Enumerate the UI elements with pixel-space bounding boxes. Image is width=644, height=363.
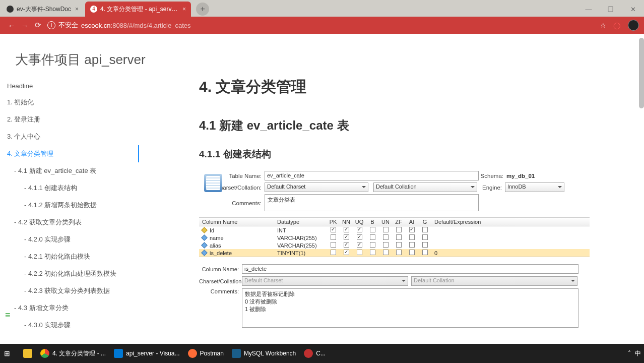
sidebar-item[interactable]: 1. 初始化 (7, 94, 138, 111)
taskbar-vscode[interactable]: api_server - Visua... (110, 344, 184, 363)
taskbar-c[interactable]: C... (300, 344, 330, 363)
checkbox-pk[interactable] (331, 250, 336, 255)
url-text[interactable]: escook.cn:8088/#/mds/4.article_cates (81, 22, 191, 29)
col-header: Datatype (277, 219, 327, 225)
col-header: AI (405, 219, 418, 225)
checkbox-pk[interactable] (331, 234, 336, 240)
checkbox-g[interactable] (422, 242, 428, 248)
sidebar-item[interactable]: - 4.1.1 创建表结构 (7, 179, 138, 197)
table-icon (204, 174, 222, 192)
checkbox-b[interactable] (370, 234, 375, 240)
column-name-input[interactable]: is_delete (242, 264, 578, 274)
tab-label: ev-大事件-ShowDoc (17, 5, 71, 14)
sidebar-item[interactable]: - 4.3 新增文章分类 (7, 299, 138, 317)
browser-tab-active[interactable]: 4 4. 文章分类管理 - api_server_ev × (85, 2, 191, 17)
new-tab-button[interactable]: + (196, 3, 209, 16)
checkbox-un[interactable] (383, 242, 389, 248)
taskbar-mysql[interactable]: MySQL Workbench (228, 344, 300, 363)
checkbox-b[interactable] (370, 242, 375, 248)
checkbox-un[interactable] (383, 250, 389, 255)
checkbox-ai[interactable] (409, 227, 415, 232)
table-row[interactable]: is_deleteTINYINT(1)0 (199, 249, 590, 257)
sidebar-item[interactable]: 3. 个人中心 (7, 128, 138, 145)
column-comment-input[interactable]: 数据是否被标记删除 0 没有被删除 1 被删除 (242, 288, 578, 328)
col-header: PK (327, 219, 340, 225)
tray-chevron-icon[interactable]: ˄ (628, 350, 631, 357)
taskbar-postman[interactable]: Postman (184, 344, 228, 363)
engine-select[interactable]: InnoDB (505, 183, 564, 192)
checkbox-nn[interactable] (344, 250, 349, 255)
table-row[interactable]: IdINT (199, 226, 590, 234)
checkbox-zf[interactable] (396, 234, 402, 240)
sidebar-item[interactable]: - 4.2.0 实现步骤 (7, 231, 138, 248)
checkbox-un[interactable] (383, 227, 389, 232)
page-content: 大事件项目 api_server Headline1. 初始化2. 登录注册3.… (0, 34, 644, 344)
col-header: Column Name (199, 219, 277, 225)
table-row[interactable]: aliasVARCHAR(255) (199, 241, 590, 249)
col-collation-select: Default Collation (411, 276, 577, 286)
browser-tab[interactable]: ev-大事件-ShowDoc × (2, 2, 84, 17)
forward-button[interactable]: → (18, 21, 31, 30)
checkbox-nn[interactable] (344, 227, 349, 232)
checkbox-g[interactable] (422, 234, 428, 240)
sidebar-item[interactable]: - 4.2.2 初始化路由处理函数模块 (7, 265, 138, 282)
close-icon[interactable]: × (75, 6, 79, 13)
sidebar-item[interactable]: - 4.1.2 新增两条初始数据 (7, 197, 138, 214)
sidebar-item[interactable]: Headline (7, 78, 138, 94)
checkbox-zf[interactable] (396, 242, 402, 248)
checkbox-un[interactable] (383, 234, 389, 240)
close-window-button[interactable]: ✕ (622, 2, 644, 17)
star-icon[interactable]: ☆ (600, 22, 606, 29)
checkbox-uq[interactable] (357, 242, 362, 248)
sidebar-item[interactable]: 4. 文章分类管理 (7, 145, 139, 162)
checkbox-nn[interactable] (344, 234, 349, 240)
sidebar-item[interactable]: 2. 登录注册 (7, 111, 138, 128)
checkbox-b[interactable] (370, 227, 375, 232)
sidebar-item[interactable]: - 4.2.1 初始化路由模块 (7, 248, 138, 265)
close-icon[interactable]: × (182, 6, 186, 13)
checkbox-pk[interactable] (331, 227, 336, 232)
checkbox-nn[interactable] (344, 242, 349, 248)
extension-icon[interactable]: ◯ (613, 22, 621, 29)
columns-header: Column NameDatatypePKNNUQBUNZFAIGDefault… (199, 218, 590, 226)
sidebar-item[interactable]: - 4.2.3 获取文章分类列表数据 (7, 282, 138, 299)
checkbox-uq[interactable] (357, 227, 362, 232)
browser-titlebar: ev-大事件-ShowDoc × 4 4. 文章分类管理 - api_serve… (0, 0, 644, 17)
scrollbar-thumb[interactable] (639, 38, 644, 108)
label-schema: Schema: (479, 173, 506, 179)
label-comments: Comments: (199, 194, 265, 206)
table-name-input[interactable]: ev_article_cate (265, 171, 479, 180)
column-icon (201, 242, 208, 249)
table-row[interactable]: nameVARCHAR(255) (199, 234, 590, 241)
sidebar-item[interactable]: - 4.2 获取文章分类列表 (7, 214, 138, 231)
checkbox-pk[interactable] (331, 242, 336, 248)
collation-select[interactable]: Default Collation (373, 183, 477, 192)
hamburger-icon[interactable]: ≡ (5, 310, 11, 321)
checkbox-uq[interactable] (357, 234, 362, 240)
start-button[interactable]: ⊞ (0, 344, 19, 363)
checkbox-ai[interactable] (409, 250, 415, 255)
table-comment-input[interactable]: 文章分类表 (265, 194, 479, 211)
ime-indicator[interactable]: 中 (635, 349, 641, 358)
checkbox-b[interactable] (370, 250, 375, 255)
checkbox-g[interactable] (422, 227, 428, 232)
reload-button[interactable]: ⟳ (31, 21, 44, 30)
sidebar-item[interactable]: - 4.1 新建 ev_article_cate 表 (7, 162, 138, 179)
checkbox-g[interactable] (422, 250, 428, 255)
site-title: 大事件项目 api_server (15, 51, 146, 69)
checkbox-zf[interactable] (396, 250, 402, 255)
checkbox-ai[interactable] (409, 234, 415, 240)
checkbox-zf[interactable] (396, 227, 402, 232)
maximize-button[interactable]: ❐ (600, 2, 622, 17)
profile-avatar[interactable] (628, 20, 639, 31)
sidebar-item[interactable]: - 4.3.0 实现步骤 (7, 317, 138, 334)
charset-select[interactable]: Default Charset (265, 183, 368, 192)
page-heading-3: 4.1.1 创建表结构 (199, 148, 584, 161)
file-explorer-button[interactable] (19, 344, 36, 363)
back-button[interactable]: ← (5, 21, 18, 30)
security-status[interactable]: i 不安全 (47, 21, 78, 30)
minimize-button[interactable]: — (577, 2, 600, 17)
checkbox-ai[interactable] (409, 242, 415, 248)
taskbar-chrome[interactable]: 4. 文章分类管理 - ... (36, 344, 110, 363)
checkbox-uq[interactable] (357, 250, 362, 255)
